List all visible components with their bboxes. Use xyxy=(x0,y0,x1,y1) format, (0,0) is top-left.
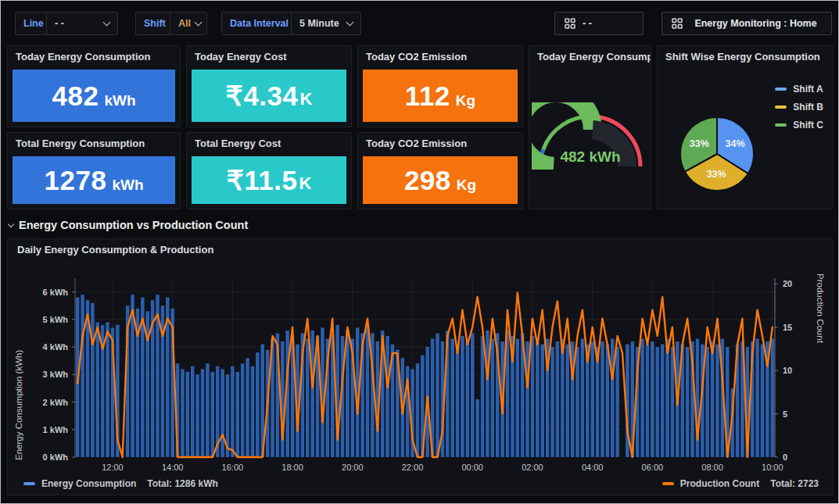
legend-item-shift-a[interactable]: Shift A xyxy=(775,84,823,95)
stat-value-tile: 482 kWh xyxy=(13,70,175,122)
legend-label: Shift C xyxy=(793,120,823,130)
stat-unit: Kg xyxy=(456,92,475,109)
svg-text:20: 20 xyxy=(783,279,792,288)
svg-text:482 kWh: 482 kWh xyxy=(560,148,620,165)
svg-text:14:00: 14:00 xyxy=(162,463,184,472)
stat-value: ₹4.34 xyxy=(226,80,299,112)
shift-variable-value: All xyxy=(178,18,191,29)
timeseries-plot[interactable]: 12:0014:0016:0018:0020:0022:0000:0002:00… xyxy=(75,278,775,457)
legend-total: Total: 1286 kWh xyxy=(147,478,217,489)
svg-text:02:00: 02:00 xyxy=(522,463,543,472)
legend-label: Energy Consumption xyxy=(41,478,136,489)
svg-text:6 kWh: 6 kWh xyxy=(43,288,69,297)
chevron-down-icon xyxy=(346,18,354,26)
legend-swatch xyxy=(23,482,35,485)
svg-text:10:00: 10:00 xyxy=(762,463,783,472)
stat-panel-total-energy-cost: Total Energy Cost ₹11.5 K xyxy=(186,132,352,209)
stat-unit: kWh xyxy=(112,177,143,194)
apps-grid-icon xyxy=(565,18,575,29)
stat-panel-today-co2-emission-2: Today CO2 Emission 298 Kg xyxy=(357,132,523,209)
stat-value: 1278 xyxy=(45,165,107,196)
stat-unit: kWh xyxy=(104,92,135,109)
interval-variable-label: Data Interval xyxy=(221,12,297,35)
dashboard-picker-value: - - xyxy=(583,18,592,29)
shift-pie-chart: 34%33%33% xyxy=(665,93,767,209)
svg-text:5: 5 xyxy=(783,409,787,419)
legend-item-energy-consumption[interactable]: Energy Consumption Total: 1286 kWh xyxy=(23,478,218,489)
stat-panel-today-energy-cost: Today Energy Cost ₹4.34 K xyxy=(186,45,352,127)
right-axis-title: Production Count xyxy=(816,273,825,460)
svg-text:00:00: 00:00 xyxy=(461,463,483,472)
panel-title: Daily Energy Consumption & Production xyxy=(8,239,833,260)
dashboard-title: Energy Monitoring : Home xyxy=(690,18,822,29)
stat-value-tile: 298 Kg xyxy=(363,156,518,204)
chevron-down-icon xyxy=(8,221,14,227)
dashboard-title-button[interactable]: Energy Monitoring : Home xyxy=(662,12,832,35)
legend-swatch xyxy=(775,105,787,109)
interval-variable-value: 5 Minute xyxy=(299,18,339,29)
section-title: Energy Consumption vs Production Count xyxy=(19,219,248,231)
energy-dashboard: { "toolbar": { "line_label": "Line", "li… xyxy=(0,0,839,504)
stat-value-tile: ₹11.5 K xyxy=(192,156,346,204)
stat-value-tile: 112 Kg xyxy=(363,70,518,122)
stat-value: 482 xyxy=(52,80,99,112)
panel-title: Shift Wise Energy Consumption xyxy=(658,46,833,67)
svg-text:20:00: 20:00 xyxy=(342,463,364,472)
line-variable-select[interactable]: - - xyxy=(46,12,118,35)
pie-panel-shift-wise-energy: Shift Wise Energy Consumption 34%33%33% … xyxy=(657,45,834,209)
legend-swatch xyxy=(775,88,787,91)
svg-text:33%: 33% xyxy=(690,138,709,149)
svg-text:08:00: 08:00 xyxy=(701,463,723,472)
stat-unit: K xyxy=(299,173,312,194)
dashboard-picker-button[interactable]: - - xyxy=(554,12,644,35)
svg-text:04:00: 04:00 xyxy=(582,463,604,472)
chart-legend: Energy Consumption Total: 1286 kWh Produ… xyxy=(23,478,819,489)
panel-title: Today Energy Consumption xyxy=(8,46,180,67)
chart-panel-daily-energy: Daily Energy Consumption & Production En… xyxy=(7,238,834,495)
stat-panel-today-energy-consumption: Today Energy Consumption 482 kWh xyxy=(7,45,181,127)
legend-swatch xyxy=(662,482,674,485)
interval-variable-select[interactable]: 5 Minute xyxy=(291,12,361,35)
stat-unit: Kg xyxy=(457,177,476,194)
svg-text:5 kWh: 5 kWh xyxy=(43,315,69,324)
legend-label: Shift A xyxy=(793,84,823,95)
panel-title: Total Energy Consumption xyxy=(8,133,180,154)
stat-value-tile: ₹4.34 K xyxy=(192,70,346,122)
panel-title: Today Energy Cost xyxy=(187,46,351,67)
stat-panel-total-energy-consumption: Total Energy Consumption 1278 kWh xyxy=(7,132,181,209)
legend-item-production-count[interactable]: Production Count Total: 2723 xyxy=(662,478,819,489)
svg-text:15: 15 xyxy=(783,323,792,332)
svg-text:0 kWh: 0 kWh xyxy=(43,452,69,462)
line-variable-value: - - xyxy=(55,18,64,29)
svg-text:12:00: 12:00 xyxy=(102,463,124,472)
stat-value: 298 xyxy=(404,165,451,196)
stat-value: 112 xyxy=(405,80,450,112)
svg-text:22:00: 22:00 xyxy=(402,463,424,472)
row-section-header[interactable]: Energy Consumption vs Production Count xyxy=(9,219,248,231)
apps-grid-icon xyxy=(672,18,683,29)
svg-text:10: 10 xyxy=(783,366,792,375)
panel-title: Today CO2 Emission xyxy=(358,46,522,67)
panel-title: Total Energy Cost xyxy=(187,133,351,154)
energy-gauge: 482 kWh xyxy=(529,102,651,170)
legend-total: Total: 2723 xyxy=(770,478,819,489)
svg-text:06:00: 06:00 xyxy=(642,463,664,472)
gauge-panel-today-energy-consumption: Today Energy Consumption 482 kWh xyxy=(529,45,651,209)
legend-item-shift-c[interactable]: Shift C xyxy=(775,120,823,130)
stat-panel-today-co2-emission: Today CO2 Emission 112 Kg xyxy=(357,45,523,127)
svg-text:3 kWh: 3 kWh xyxy=(43,370,69,379)
svg-text:16:00: 16:00 xyxy=(222,463,244,472)
stat-unit: K xyxy=(300,89,313,109)
stat-value: ₹11.5 xyxy=(227,165,298,196)
shift-variable-label: Shift xyxy=(135,12,174,35)
svg-text:2 kWh: 2 kWh xyxy=(43,398,69,407)
pie-legend: Shift A Shift B Shift C xyxy=(775,84,823,130)
svg-text:4 kWh: 4 kWh xyxy=(43,342,69,352)
svg-text:33%: 33% xyxy=(707,169,726,180)
legend-label: Shift B xyxy=(793,102,823,113)
legend-item-shift-b[interactable]: Shift B xyxy=(775,102,823,113)
shift-variable-select[interactable]: All xyxy=(170,12,207,35)
svg-text:18:00: 18:00 xyxy=(281,463,303,472)
legend-label: Production Count xyxy=(680,478,759,489)
chevron-down-icon xyxy=(103,18,111,26)
